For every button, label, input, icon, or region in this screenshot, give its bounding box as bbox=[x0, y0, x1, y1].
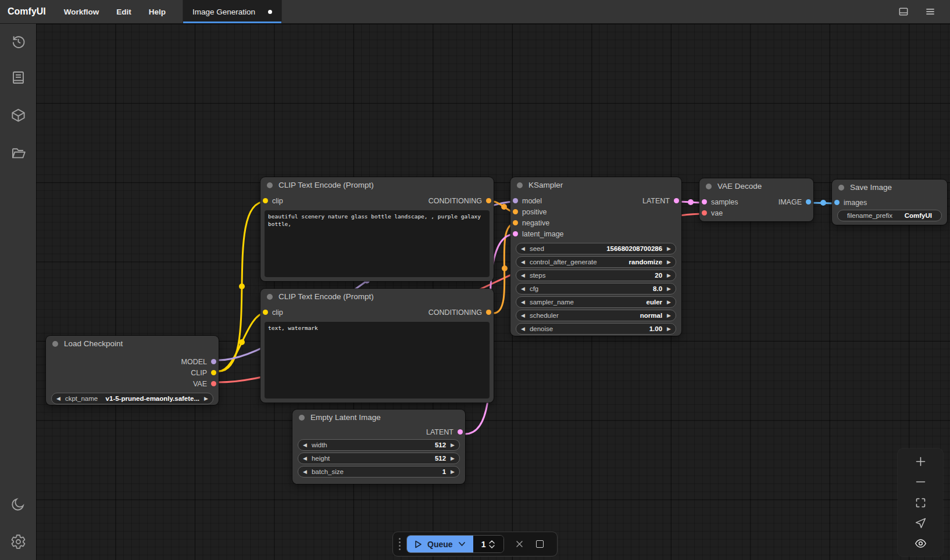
node-title[interactable]: CLIP Text Encode (Prompt) bbox=[260, 177, 494, 193]
collapse-dot-icon[interactable] bbox=[52, 341, 58, 347]
widget-sampler-name[interactable]: ◀ sampler_name euler ▶ bbox=[516, 296, 676, 308]
decrement-arrow-icon[interactable]: ◀ bbox=[521, 300, 525, 305]
increment-arrow-icon[interactable]: ▶ bbox=[451, 456, 455, 461]
theme-moon-icon[interactable] bbox=[10, 496, 26, 512]
positive-prompt-textarea[interactable]: beautiful scenery nature glass bottle la… bbox=[265, 210, 490, 277]
node-empty-latent-image[interactable]: Empty Latent Image LATENT ◀ width 512 ▶ … bbox=[292, 410, 465, 484]
input-slot-negative[interactable] bbox=[513, 220, 518, 225]
decrement-arrow-icon[interactable]: ◀ bbox=[521, 313, 525, 318]
negative-prompt-textarea[interactable]: text, watermark bbox=[265, 322, 490, 399]
hamburger-menu-icon[interactable] bbox=[924, 6, 936, 17]
bottom-panel-toggle-icon[interactable] bbox=[898, 6, 909, 17]
output-slot-image[interactable] bbox=[806, 199, 811, 204]
increment-arrow-icon[interactable]: ▶ bbox=[667, 326, 671, 332]
menu-help[interactable]: Help bbox=[140, 0, 174, 23]
collapse-dot-icon[interactable] bbox=[517, 182, 523, 188]
node-title[interactable]: VAE Decode bbox=[699, 178, 813, 194]
widget-denoise[interactable]: ◀ denoise 1.00 ▶ bbox=[516, 323, 676, 335]
output-slot-conditioning[interactable] bbox=[486, 198, 491, 203]
input-slot-positive[interactable] bbox=[513, 209, 518, 214]
widget-height[interactable]: ◀ height 512 ▶ bbox=[298, 453, 460, 464]
collapse-dot-icon[interactable] bbox=[299, 415, 305, 421]
decrement-arrow-icon[interactable]: ◀ bbox=[521, 286, 525, 292]
increment-arrow-icon[interactable]: ▶ bbox=[204, 396, 208, 401]
node-clip-text-encode-positive[interactable]: CLIP Text Encode (Prompt) clip CONDITION… bbox=[260, 177, 494, 281]
increment-arrow-icon[interactable]: ▶ bbox=[667, 313, 671, 318]
widget-ckpt-name[interactable]: ◀ ckpt_name v1-5-pruned-emaonly.safete..… bbox=[51, 393, 213, 404]
input-slot-model[interactable] bbox=[513, 198, 518, 203]
output-slot-clip[interactable] bbox=[211, 370, 216, 375]
output-slot-conditioning[interactable] bbox=[486, 310, 491, 315]
input-slot-samples[interactable] bbox=[702, 199, 707, 204]
node-title[interactable]: Save Image bbox=[832, 180, 947, 195]
input-slot-latent-image[interactable] bbox=[513, 231, 518, 236]
increment-arrow-icon[interactable]: ▶ bbox=[667, 246, 671, 252]
node-ksampler[interactable]: KSampler model LATENT positive negative … bbox=[510, 177, 681, 336]
widget-control-after-generate[interactable]: ◀ control_after_generate randomize ▶ bbox=[516, 256, 676, 268]
node-title[interactable]: CLIP Text Encode (Prompt) bbox=[260, 289, 494, 304]
fit-view-icon[interactable] bbox=[915, 497, 927, 509]
input-slot-clip[interactable] bbox=[263, 198, 268, 203]
stepper-down-icon[interactable] bbox=[489, 545, 495, 548]
increment-arrow-icon[interactable]: ▶ bbox=[667, 273, 671, 278]
history-icon[interactable] bbox=[10, 34, 26, 49]
output-slot-latent[interactable] bbox=[674, 198, 679, 203]
decrement-arrow-icon[interactable]: ◀ bbox=[303, 456, 307, 461]
increment-arrow-icon[interactable]: ▶ bbox=[667, 260, 671, 265]
collapse-dot-icon[interactable] bbox=[838, 185, 844, 191]
menu-edit[interactable]: Edit bbox=[108, 0, 140, 23]
queue-button[interactable]: Queue bbox=[407, 536, 473, 552]
decrement-arrow-icon[interactable]: ◀ bbox=[521, 273, 525, 278]
decrement-arrow-icon[interactable]: ◀ bbox=[303, 469, 307, 475]
increment-arrow-icon[interactable]: ▶ bbox=[667, 300, 671, 305]
widget-width[interactable]: ◀ width 512 ▶ bbox=[298, 439, 460, 451]
stop-square-icon[interactable] bbox=[536, 540, 544, 548]
collapse-dot-icon[interactable] bbox=[267, 182, 273, 188]
node-title[interactable]: Empty Latent Image bbox=[292, 410, 465, 425]
node-save-image[interactable]: Save Image images filename_prefix ComfyU… bbox=[832, 180, 947, 225]
widget-batch-size[interactable]: ◀ batch_size 1 ▶ bbox=[298, 466, 460, 478]
increment-arrow-icon[interactable]: ▶ bbox=[451, 443, 455, 448]
output-slot-vae[interactable] bbox=[211, 381, 216, 386]
output-slot-latent[interactable] bbox=[458, 429, 463, 435]
node-vae-decode[interactable]: VAE Decode samples IMAGE vae bbox=[699, 178, 813, 221]
model-library-cube-icon[interactable] bbox=[10, 107, 26, 123]
input-slot-clip[interactable] bbox=[263, 310, 268, 315]
node-clip-text-encode-negative[interactable]: CLIP Text Encode (Prompt) clip CONDITION… bbox=[260, 289, 494, 403]
input-slot-images[interactable] bbox=[834, 200, 840, 205]
select-arrow-icon[interactable] bbox=[915, 517, 927, 529]
widget-steps[interactable]: ◀ steps 20 ▶ bbox=[516, 270, 676, 281]
interrupt-x-icon[interactable] bbox=[515, 539, 524, 549]
batch-count-input[interactable]: 1 bbox=[473, 536, 503, 552]
decrement-arrow-icon[interactable]: ◀ bbox=[521, 260, 525, 265]
collapse-dot-icon[interactable] bbox=[267, 294, 273, 300]
node-title[interactable]: KSampler bbox=[510, 177, 681, 193]
zoom-in-icon[interactable] bbox=[915, 455, 927, 468]
input-slot-vae[interactable] bbox=[702, 210, 707, 216]
decrement-arrow-icon[interactable]: ◀ bbox=[56, 396, 60, 401]
widget-seed[interactable]: ◀ seed 156680208700286 ▶ bbox=[516, 243, 676, 254]
widget-filename-prefix[interactable]: filename_prefix ComfyUI bbox=[837, 210, 942, 221]
output-slot-model[interactable] bbox=[211, 359, 216, 364]
decrement-arrow-icon[interactable]: ◀ bbox=[303, 443, 307, 448]
workflows-folder-icon[interactable] bbox=[10, 145, 26, 161]
collapse-dot-icon[interactable] bbox=[706, 184, 712, 189]
increment-arrow-icon[interactable]: ▶ bbox=[451, 469, 455, 475]
node-title[interactable]: Load Checkpoint bbox=[46, 336, 219, 351]
decrement-arrow-icon[interactable]: ◀ bbox=[521, 326, 525, 332]
stepper-up-icon[interactable] bbox=[489, 540, 495, 544]
increment-arrow-icon[interactable]: ▶ bbox=[667, 286, 671, 292]
menu-workflow[interactable]: Workflow bbox=[55, 0, 108, 23]
settings-gear-icon[interactable] bbox=[10, 534, 26, 550]
decrement-arrow-icon[interactable]: ◀ bbox=[521, 246, 525, 252]
toggle-visibility-eye-icon[interactable] bbox=[915, 537, 927, 550]
tab-image-generation[interactable]: Image Generation bbox=[183, 0, 282, 23]
drag-handle-icon[interactable] bbox=[399, 538, 401, 550]
queue-list-icon[interactable] bbox=[10, 70, 26, 85]
widget-cfg[interactable]: ◀ cfg 8.0 ▶ bbox=[516, 283, 676, 295]
widget-scheduler[interactable]: ◀ scheduler normal ▶ bbox=[516, 310, 676, 321]
chevron-down-icon[interactable] bbox=[458, 541, 466, 547]
node-canvas[interactable]: Load Checkpoint MODEL CLIP VAE ◀ ckpt_na… bbox=[36, 24, 950, 560]
node-load-checkpoint[interactable]: Load Checkpoint MODEL CLIP VAE ◀ ckpt_na… bbox=[46, 336, 219, 405]
zoom-out-icon[interactable] bbox=[915, 476, 927, 488]
